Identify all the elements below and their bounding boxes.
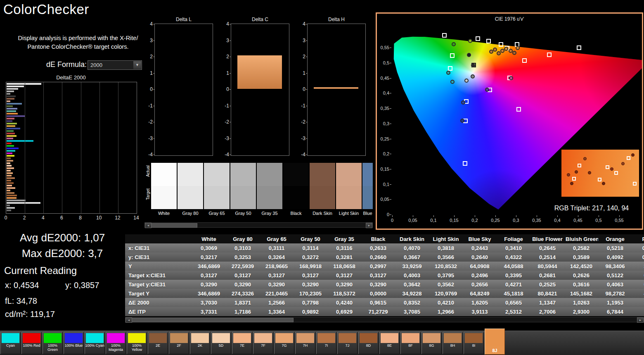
gridline <box>99 82 100 213</box>
table-cell: 0,3272 <box>294 253 327 262</box>
pattern-patch-button[interactable]: 8D <box>358 332 379 354</box>
pattern-patch-button[interactable]: 5D <box>211 332 231 354</box>
table-cell: 2,9300 <box>564 307 598 316</box>
table-cell: 346,6869 <box>192 289 226 298</box>
swatch-label: Gray 35 <box>257 211 282 216</box>
pattern-patch-button[interactable]: 8J <box>485 329 505 355</box>
swatch-strip-scrollbar[interactable]: ◄ ► <box>144 222 373 228</box>
table-cell: 0,3127 <box>327 271 361 280</box>
de-formula-dropdown[interactable]: 2000 ▼ <box>88 60 142 70</box>
color-swatch <box>230 163 256 209</box>
y-tick <box>230 24 231 24</box>
table-cell: 0,3127 <box>260 271 294 280</box>
chevron-down-icon[interactable]: ▼ <box>133 61 141 69</box>
pattern-patch-button[interactable]: 7H <box>295 332 315 354</box>
table-cell: 346,6869 <box>192 262 226 271</box>
cie-y-tick-label: 0,4 <box>378 91 389 95</box>
deltae-bar <box>7 172 13 174</box>
pattern-patch-button[interactable]: 100% Green <box>43 332 63 354</box>
table-cell: 0,3290 <box>192 280 226 289</box>
measurement-point <box>516 46 520 50</box>
scrollbar-thumb[interactable] <box>151 223 197 228</box>
deltae-bar <box>7 123 17 124</box>
scroll-right-icon[interactable]: ► <box>366 223 372 228</box>
table-row: y: CIE310,32170,32530,32640,32720,32810,… <box>125 253 644 262</box>
swatch-label: Dark Skin <box>310 211 335 216</box>
scroll-right-icon[interactable]: ► <box>637 317 644 323</box>
table-cell: 0,3589 <box>564 253 598 262</box>
patch-label: 7J <box>338 343 357 348</box>
y-tick <box>153 106 154 106</box>
pattern-patch-button[interactable]: 7I <box>316 332 336 354</box>
cie-x-tick-label: 0,55 <box>611 218 627 223</box>
color-swatch <box>283 163 309 209</box>
pattern-patch-button[interactable]: 7J <box>337 332 358 354</box>
x-tick-label: 2 <box>19 215 29 221</box>
table-scrollbar[interactable]: ◄ ► <box>125 317 644 322</box>
y-tick <box>230 57 231 57</box>
cie-x-tick-label: 0,3 <box>508 218 524 223</box>
pattern-patch-button[interactable]: 2K <box>190 332 210 354</box>
table-cell: 0,3069 <box>192 243 226 253</box>
patch-label: 7I <box>317 343 336 348</box>
pattern-patch-button[interactable]: 8E <box>379 332 400 354</box>
target-point <box>499 42 503 47</box>
scroll-left-icon[interactable]: ◄ <box>125 317 132 323</box>
table-cell: 0,8352 <box>395 298 429 307</box>
pattern-patch-button[interactable]: 8I <box>464 332 484 354</box>
cie-x-tick <box>578 215 578 217</box>
pattern-patch-button[interactable]: Cyan <box>0 332 21 354</box>
table-cell: 0,3566 <box>429 253 463 262</box>
pattern-patch-button[interactable]: 8H <box>443 332 463 354</box>
pattern-patch-button[interactable]: 100% Blue <box>64 332 84 354</box>
pattern-patch-button[interactable]: 100% Red <box>21 332 42 354</box>
delta-bar <box>313 87 359 89</box>
pattern-patch-button[interactable]: 7F <box>253 332 273 354</box>
table-cell: 44,0588 <box>497 262 530 271</box>
table-cell: 0,20 <box>632 271 644 280</box>
scroll-left-icon[interactable]: ◄ <box>145 223 152 228</box>
patch-label: 8E <box>380 343 399 348</box>
target-point <box>486 39 491 43</box>
table-cell: 0,2656 <box>463 280 497 289</box>
y-tick <box>230 155 231 155</box>
table-cell: 120,8532 <box>429 262 463 271</box>
cie-x-tick <box>537 215 537 217</box>
table-cell: 0,2525 <box>530 280 564 289</box>
target-swatch <box>230 186 256 209</box>
page-title: ColorChecker <box>3 2 89 17</box>
row-label: Y <box>125 262 192 271</box>
pattern-patch-button[interactable]: 100% Magenta <box>106 332 126 354</box>
patch-label: 8G <box>422 343 441 348</box>
table-cell: 1,95 <box>632 298 644 307</box>
pattern-patch-button[interactable]: 8F <box>400 332 421 354</box>
cie-y-tick-label: 0,45 <box>378 76 389 81</box>
pattern-patch-button[interactable]: 100% Yellow <box>127 332 147 354</box>
pattern-patch-button[interactable]: 7G <box>274 332 294 354</box>
max-de2000-stat: Max dE2000: 3,7 <box>0 247 125 260</box>
target-point <box>516 107 521 112</box>
row-label: ΔE ITP <box>125 307 192 316</box>
deltae-bar <box>7 180 11 181</box>
table-cell: 0,3290 <box>294 280 327 289</box>
table-cell: 0,3264 <box>260 253 294 262</box>
y-tick <box>153 24 154 24</box>
table-cell: 6,7844 <box>598 307 632 316</box>
pattern-patch-button[interactable]: 2E <box>148 332 168 354</box>
scrollbar-thumb[interactable] <box>132 318 294 322</box>
deltae-bar <box>7 170 11 172</box>
table-cell: 0,3795 <box>429 271 463 280</box>
column-header: Blue Flower <box>530 234 564 243</box>
measurement-point <box>471 74 475 79</box>
table-cell: 0,3410 <box>497 243 530 253</box>
delta-l-plot <box>154 24 213 156</box>
pattern-patch-button[interactable]: 100% Cyan <box>85 332 105 354</box>
pattern-patch-button[interactable]: 7E <box>232 332 252 354</box>
pattern-patch-button[interactable]: 8G <box>421 332 442 354</box>
y-tick-label: 0 <box>218 86 229 92</box>
pattern-patch-button[interactable]: 2F <box>169 332 189 354</box>
patch-label: 7H <box>296 343 315 348</box>
target-point <box>450 53 455 58</box>
measurement-point <box>450 80 455 84</box>
y-tick <box>153 89 154 90</box>
